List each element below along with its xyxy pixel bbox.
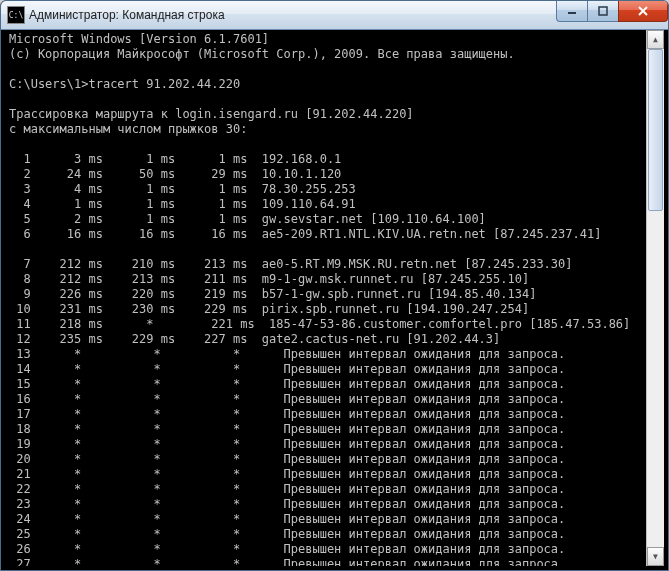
close-icon [637, 6, 649, 16]
scroll-down-button[interactable]: ▼ [647, 547, 664, 566]
command-prompt-window: C:\ Администратор: Командная строка Micr… [0, 0, 669, 571]
window-title: Администратор: Командная строка [29, 8, 225, 22]
terminal-output[interactable]: Microsoft Windows [Version 6.1.7601] (c)… [5, 30, 664, 566]
cmd-icon: C:\ [7, 6, 25, 24]
svg-rect-1 [599, 7, 607, 15]
scroll-thumb[interactable] [648, 49, 663, 211]
maximize-icon [598, 6, 608, 16]
window-controls [556, 1, 668, 22]
scroll-track[interactable] [647, 49, 664, 547]
close-button[interactable] [618, 1, 668, 22]
maximize-button[interactable] [587, 1, 619, 22]
minimize-icon [567, 6, 577, 16]
titlebar[interactable]: C:\ Администратор: Командная строка [1, 1, 668, 30]
minimize-button[interactable] [556, 1, 588, 22]
scroll-up-button[interactable]: ▲ [647, 30, 664, 49]
vertical-scrollbar[interactable]: ▲ ▼ [646, 30, 664, 566]
svg-rect-0 [568, 12, 576, 14]
